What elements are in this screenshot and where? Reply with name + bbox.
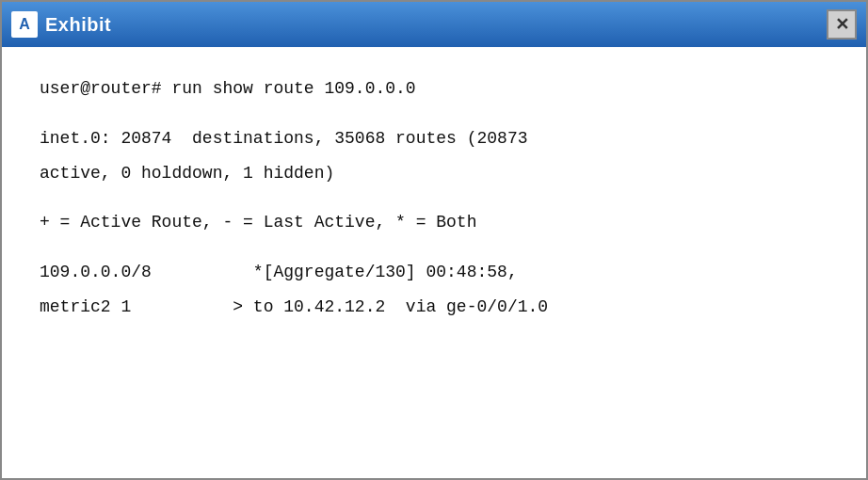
exhibit-window: A Exhibit ✕ user@router# run show route …	[0, 0, 868, 480]
close-button[interactable]: ✕	[827, 9, 857, 40]
route-line1: 109.0.0.0/8 *[Aggregate/130] 00:48:58,	[40, 259, 828, 286]
inet-line1: inet.0: 20874 destinations, 35068 routes…	[40, 125, 828, 152]
inet-line2: active, 0 holddown, 1 hidden)	[40, 160, 828, 187]
terminal-content: user@router# run show route 109.0.0.0 in…	[2, 47, 866, 478]
legend-line: + = Active Route, - = Last Active, * = B…	[40, 209, 828, 236]
title-bar: A Exhibit ✕	[2, 2, 866, 47]
app-icon: A	[11, 11, 38, 38]
route-line2: metric2 1 > to 10.42.12.2 via ge-0/0/1.0	[40, 294, 828, 321]
title-bar-left: A Exhibit	[11, 11, 111, 38]
command-line: user@router# run show route 109.0.0.0	[40, 75, 828, 103]
window-title: Exhibit	[45, 14, 111, 36]
